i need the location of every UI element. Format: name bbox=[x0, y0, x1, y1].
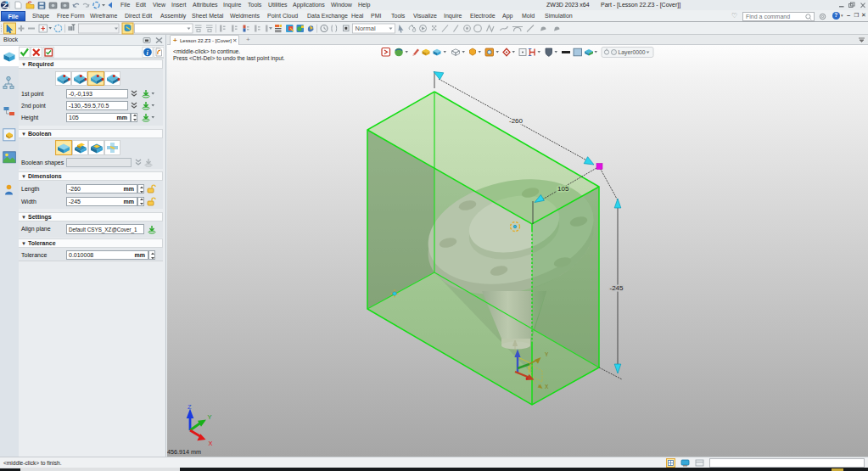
svg-text:Z: Z bbox=[188, 403, 192, 411]
svg-text:-260: -260 bbox=[509, 117, 524, 125]
svg-text:105: 105 bbox=[557, 185, 569, 193]
svg-text:Normal: Normal bbox=[356, 25, 377, 32]
svg-text:456.914 mm: 456.914 mm bbox=[167, 448, 201, 456]
svg-text:X: X bbox=[545, 384, 549, 390]
svg-text:-245: -245 bbox=[610, 284, 624, 292]
svg-text:X: X bbox=[209, 440, 213, 447]
svg-text:Y: Y bbox=[208, 413, 212, 421]
svg-text:Y: Y bbox=[545, 351, 549, 357]
